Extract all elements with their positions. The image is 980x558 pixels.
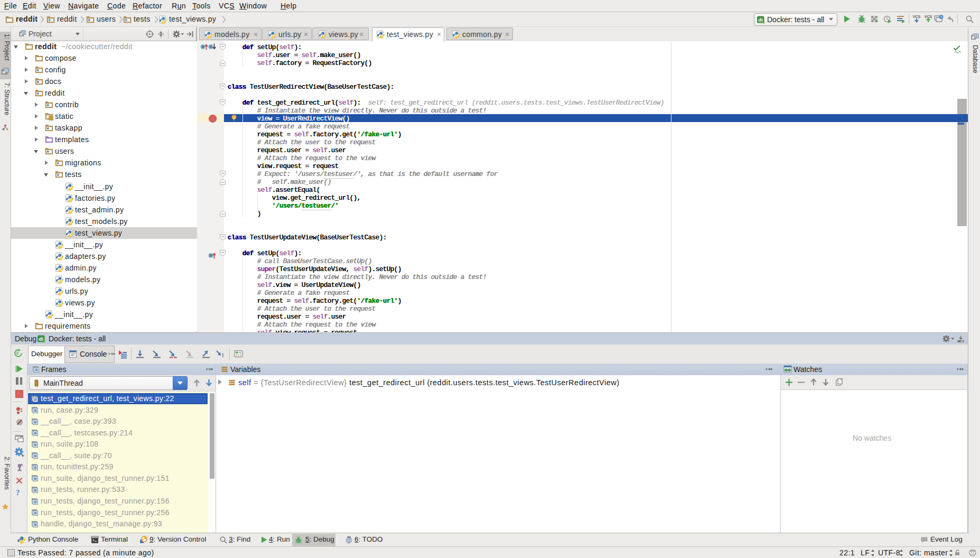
svg-text:VCS: VCS [913,15,921,18]
svg-text:I: I [222,352,224,358]
